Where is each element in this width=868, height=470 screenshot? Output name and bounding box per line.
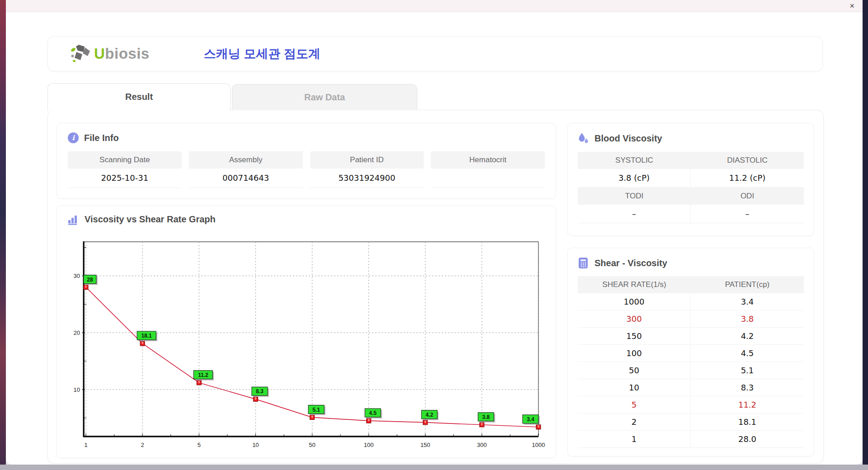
shear-rate-cell: 100 [578, 345, 691, 362]
svg-text:28: 28 [87, 277, 93, 283]
background-right-band [863, 0, 868, 465]
shear-rate-cell: 5 [578, 396, 691, 414]
todi-value: – [578, 205, 691, 223]
blood-viscosity-card: Blood Viscosity SYSTOLIC DIASTOLIC 3.8 (… [567, 123, 814, 236]
svg-text:4.2: 4.2 [425, 412, 433, 418]
svg-text:3.8: 3.8 [482, 414, 490, 420]
app-header: Ubiosis 스캐닝 모세관 점도계 [47, 36, 823, 71]
graph-title-row: Viscosity vs Shear Rate Graph [68, 214, 216, 225]
calculator-icon [578, 257, 589, 269]
shear-viscosity-table: SHEAR RATE(1/s) PATIENT(cp) 1000 3.4 300… [578, 276, 804, 448]
svg-text:1: 1 [84, 442, 87, 448]
app-subtitle: 스캐닝 모세관 점도계 [204, 46, 321, 62]
patient-cell: 3.4 [691, 293, 804, 310]
blood-viscosity-title: Blood Viscosity [594, 133, 662, 144]
field-value [431, 169, 545, 188]
column-header: SYSTOLIC [578, 152, 691, 169]
column-header: DIASTOLIC [691, 152, 804, 169]
patient-cell: 4.5 [691, 345, 804, 362]
field-value: 000714643 [189, 169, 303, 188]
viscosity-plot: 125105010015030010001020302818.111.28.35… [57, 206, 557, 459]
patient-cell: 11.2 [691, 396, 804, 414]
odi-value: – [691, 205, 804, 223]
patient-cell: 4.2 [691, 328, 804, 345]
brand-logo-icon [70, 44, 91, 64]
viscosity-graph-card: 125105010015030010001020302818.111.28.35… [57, 205, 556, 458]
svg-text:5.1: 5.1 [312, 407, 320, 413]
background-left-band [0, 0, 6, 465]
svg-text:30: 30 [74, 273, 80, 279]
field-value: 53031924900 [310, 169, 424, 188]
blood-viscosity-table: SYSTOLIC DIASTOLIC 3.8 (cP) 11.2 (cP) TO… [578, 152, 804, 223]
column-header: ODI [691, 188, 804, 205]
svg-text:100: 100 [364, 442, 374, 448]
patient-cell: 28.0 [691, 431, 804, 448]
field-label: Scanning Date [68, 151, 182, 169]
blood-viscosity-title-row: Blood Viscosity [578, 132, 804, 145]
svg-text:10: 10 [74, 386, 80, 393]
shear-viscosity-card: Shear - Viscosity SHEAR RATE(1/s) PATIEN… [567, 248, 814, 456]
window-close-button[interactable]: × [849, 1, 854, 11]
file-info-field-hematocrit: Hematocrit [431, 151, 545, 188]
file-info-field-assembly: Assembly 000714643 [189, 151, 303, 188]
systolic-value: 3.8 (cP) [578, 169, 691, 188]
file-info-title-row: i File Info [68, 132, 545, 143]
water-drops-icon [578, 132, 589, 145]
shear-viscosity-title: Shear - Viscosity [594, 258, 667, 268]
file-info-title: File Info [84, 133, 119, 143]
window-title-bar: × [6, 0, 863, 12]
tab-raw-data[interactable]: Raw Data [232, 84, 417, 110]
background-bottom-strip [0, 465, 868, 470]
file-info-card: i File Info Scanning Date 2025-10-31 Ass… [57, 123, 556, 199]
main-window: Ubiosis 스캐닝 모세관 점도계 Result Raw Data i Fi… [6, 12, 863, 465]
shear-viscosity-title-row: Shear - Viscosity [578, 257, 804, 269]
shear-rate-cell: 300 [578, 310, 691, 328]
shear-rate-cell: 1 [578, 431, 691, 448]
shear-rate-cell: 10 [578, 379, 691, 396]
info-icon: i [68, 132, 79, 143]
field-label: Assembly [189, 151, 303, 169]
svg-text:150: 150 [420, 442, 430, 448]
svg-text:5: 5 [198, 442, 201, 448]
svg-text:3.4: 3.4 [527, 416, 534, 423]
shear-rate-cell: 2 [578, 414, 691, 431]
shear-rate-cell: 1000 [578, 293, 691, 310]
column-header-shear-rate: SHEAR RATE(1/s) [578, 276, 691, 293]
svg-text:20: 20 [74, 329, 80, 336]
svg-text:11.2: 11.2 [198, 372, 208, 378]
svg-text:18.1: 18.1 [141, 333, 152, 339]
file-info-fields: Scanning Date 2025-10-31 Assembly 000714… [68, 151, 545, 188]
graph-title: Viscosity vs Shear Rate Graph [85, 214, 216, 225]
svg-text:4.5: 4.5 [369, 410, 377, 416]
file-info-field-scanning-date: Scanning Date 2025-10-31 [68, 151, 182, 188]
brand-title: Ubiosis [94, 45, 150, 62]
patient-cell: 18.1 [691, 414, 804, 431]
file-info-field-patient-id: Patient ID 53031924900 [310, 151, 424, 188]
bar-chart-icon [68, 214, 79, 225]
patient-cell: 5.1 [691, 362, 804, 379]
patient-cell: 8.3 [691, 379, 804, 396]
svg-text:8.3: 8.3 [256, 388, 264, 395]
field-label: Hematocrit [431, 151, 545, 169]
shear-rate-cell: 50 [578, 362, 691, 379]
brand-logo: Ubiosis [70, 44, 150, 64]
tab-result[interactable]: Result [47, 83, 231, 111]
svg-text:50: 50 [309, 442, 315, 448]
svg-text:10: 10 [252, 442, 259, 448]
field-value: 2025-10-31 [68, 169, 182, 188]
diastolic-value: 11.2 (cP) [691, 169, 804, 188]
svg-text:2: 2 [141, 442, 144, 448]
column-header-patient: PATIENT(cp) [691, 276, 804, 293]
shear-rate-cell: 150 [578, 328, 691, 345]
svg-text:1000: 1000 [532, 442, 545, 448]
patient-cell: 3.8 [691, 310, 804, 328]
column-header: TODI [578, 188, 691, 205]
field-label: Patient ID [310, 151, 424, 169]
svg-text:300: 300 [477, 442, 487, 448]
